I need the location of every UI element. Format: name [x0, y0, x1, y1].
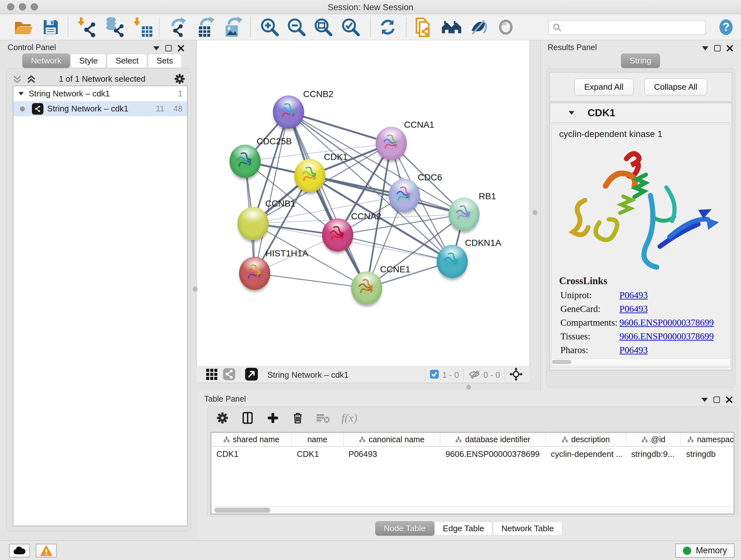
- table-row[interactable]: CDK1CDK1P064939606.ENSP00000378699cyclin…: [211, 447, 734, 461]
- table-cell[interactable]: CDK1: [211, 447, 292, 461]
- import-table-file-icon[interactable]: [131, 16, 154, 39]
- search-input[interactable]: [562, 23, 705, 32]
- network-node-rb1[interactable]: [448, 198, 480, 231]
- column-header-namespace[interactable]: namespace: [681, 433, 734, 446]
- table-cell[interactable]: cyclin-dependent ...: [546, 447, 626, 461]
- crosslink-link[interactable]: P06493: [619, 345, 648, 355]
- collapse-all-button[interactable]: Collapse All: [644, 78, 708, 96]
- collapse-all-icon[interactable]: [12, 75, 22, 84]
- cloud-button[interactable]: [9, 544, 30, 557]
- tab-sets[interactable]: Sets: [148, 54, 182, 68]
- string-home-icon[interactable]: [440, 16, 463, 39]
- control-panel-float-icon[interactable]: [165, 45, 172, 51]
- birds-eye-view-icon[interactable]: [223, 368, 235, 382]
- table-panel-close-icon[interactable]: [726, 396, 733, 403]
- crosslink-link[interactable]: P06493: [619, 290, 648, 300]
- column-header-shared-name[interactable]: shared name: [211, 433, 292, 446]
- import-network-database-icon[interactable]: [103, 16, 126, 39]
- network-edge[interactable]: [255, 273, 367, 288]
- network-node-cdk1[interactable]: [294, 159, 326, 192]
- open-session-icon[interactable]: [11, 16, 35, 39]
- save-session-icon[interactable]: [39, 16, 63, 39]
- network-canvas[interactable]: CCNB2CCNA1CDC25BCDK1CDC6RB1CCNB1CCNA2CDK…: [197, 40, 530, 367]
- hidden-eye-icon[interactable]: [468, 369, 480, 381]
- network-node-ccna1[interactable]: [376, 127, 407, 160]
- open-in-window-icon[interactable]: [245, 368, 258, 382]
- column-header--id[interactable]: @id: [626, 433, 681, 446]
- column-header-name[interactable]: name: [292, 433, 343, 446]
- move-crosshair-icon[interactable]: [509, 368, 523, 382]
- crosslink-link[interactable]: 9606.ENSP00000378699: [619, 331, 714, 341]
- export-network-icon[interactable]: [167, 16, 191, 39]
- network-node-ccnb1[interactable]: [238, 207, 269, 240]
- network-edge[interactable]: [288, 112, 367, 288]
- columns-icon[interactable]: [241, 411, 255, 425]
- tab-style[interactable]: Style: [71, 54, 106, 68]
- results-panel-float-icon[interactable]: [714, 45, 721, 51]
- tab-network[interactable]: Network: [22, 54, 70, 68]
- right-splitter-handle[interactable]: [533, 210, 537, 215]
- results-panel-close-icon[interactable]: [726, 45, 733, 52]
- export-image-icon[interactable]: [221, 16, 245, 39]
- delete-column-icon[interactable]: [291, 411, 305, 425]
- results-panel-menu-icon[interactable]: [702, 46, 709, 51]
- crosslink-link[interactable]: 9606.ENSP00000378699: [619, 317, 714, 328]
- network-node-cdc6[interactable]: [389, 179, 420, 212]
- add-column-icon[interactable]: [266, 411, 280, 425]
- results-hscroll-thumb[interactable]: [552, 360, 571, 364]
- memory-button[interactable]: Memory: [675, 543, 735, 558]
- left-splitter-handle[interactable]: [193, 287, 198, 292]
- network-collection-row[interactable]: String Network – cdk1 1: [13, 86, 187, 101]
- table-cell[interactable]: stringdb:9...: [626, 447, 681, 461]
- network-row[interactable]: String Network – cdk1 11 48: [13, 101, 187, 116]
- zoom-out-icon[interactable]: [285, 16, 308, 39]
- network-node-ccna2[interactable]: [322, 219, 353, 252]
- collection-expand-icon[interactable]: [18, 92, 23, 95]
- network-node-ccnb2[interactable]: [273, 96, 304, 129]
- grid-icon[interactable]: [205, 368, 218, 381]
- table-hscrollbar[interactable]: [211, 506, 734, 514]
- tab-edge-table[interactable]: Edge Table: [434, 521, 493, 536]
- gene-collapse-icon[interactable]: [569, 111, 575, 115]
- tab-string[interactable]: String: [621, 54, 660, 68]
- create-network-from-file-icon[interactable]: [412, 16, 435, 39]
- control-panel-menu-icon[interactable]: [153, 46, 159, 51]
- expand-all-icon[interactable]: [26, 75, 37, 84]
- function-builder-icon[interactable]: f(x): [341, 411, 357, 425]
- hide-graphics-details-icon[interactable]: [467, 16, 490, 39]
- eye-icon[interactable]: [494, 16, 518, 39]
- selected-checkbox-icon[interactable]: [429, 369, 439, 380]
- column-header-canonical-name[interactable]: canonical name: [343, 433, 441, 446]
- network-node-ccne1[interactable]: [351, 271, 382, 305]
- clear-table-icon[interactable]: [316, 412, 330, 424]
- table-cell[interactable]: 9606.ENSP00000378699: [441, 447, 546, 461]
- network-node-hist1h1a[interactable]: [239, 257, 270, 290]
- expand-all-button[interactable]: Expand All: [575, 78, 633, 96]
- import-network-file-icon[interactable]: [76, 16, 99, 39]
- export-table-icon[interactable]: [194, 16, 218, 39]
- table-gear-icon[interactable]: [216, 411, 229, 425]
- table-cell[interactable]: CDK1: [292, 447, 343, 461]
- network-edge[interactable]: [338, 235, 452, 261]
- table-cell[interactable]: P06493: [343, 447, 441, 461]
- network-node-cdc25b[interactable]: [229, 145, 261, 178]
- tab-select[interactable]: Select: [107, 54, 147, 68]
- table-panel-menu-icon[interactable]: [701, 398, 708, 402]
- redraw-network-icon[interactable]: [376, 16, 400, 39]
- zoom-in-icon[interactable]: [258, 16, 281, 39]
- tab-network-table[interactable]: Network Table: [493, 521, 562, 536]
- table-hscroll-thumb[interactable]: [214, 508, 270, 513]
- zoom-selected-icon[interactable]: [339, 16, 362, 39]
- table-panel-float-icon[interactable]: [714, 396, 720, 403]
- network-node-cdkn1a[interactable]: [436, 245, 468, 278]
- tab-node-table[interactable]: Node Table: [375, 521, 434, 536]
- column-header-database-identifier[interactable]: database identifier: [441, 433, 546, 446]
- warning-button[interactable]: [36, 544, 57, 557]
- zoom-fit-icon[interactable]: [312, 16, 335, 39]
- crosslink-link[interactable]: P06493: [619, 304, 648, 314]
- search-field[interactable]: [548, 20, 706, 35]
- network-options-gear-icon[interactable]: [174, 73, 186, 85]
- table-cell[interactable]: stringdb: [681, 447, 734, 461]
- control-panel-close-icon[interactable]: [178, 45, 185, 52]
- help-icon[interactable]: ?: [714, 16, 738, 39]
